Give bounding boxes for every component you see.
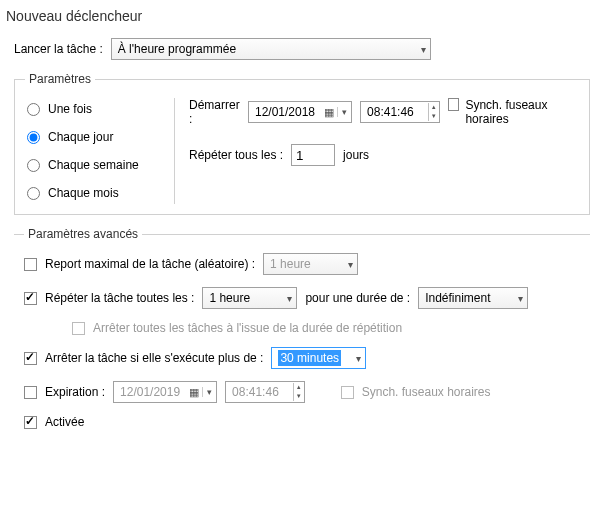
radio-daily-input[interactable] bbox=[27, 131, 40, 144]
radio-daily[interactable]: Chaque jour bbox=[27, 130, 160, 144]
chevron-down-icon: ▾ bbox=[518, 293, 523, 304]
radio-once[interactable]: Une fois bbox=[27, 102, 160, 116]
repeat-days-label-b: jours bbox=[343, 148, 369, 162]
expire-date-value: 12/01/2019 bbox=[114, 385, 186, 399]
delay-label: Report maximal de la tâche (aléatoire) : bbox=[45, 257, 255, 271]
launch-combo-value: À l'heure programmée bbox=[118, 42, 236, 56]
delay-combo: 1 heure ▾ bbox=[263, 253, 358, 275]
repeat-checkbox[interactable] bbox=[24, 292, 37, 305]
repeat-combo-value: 1 heure bbox=[209, 291, 250, 305]
chevron-down-icon: ▾ bbox=[348, 259, 353, 270]
radio-monthly[interactable]: Chaque mois bbox=[27, 186, 160, 200]
spinner-up-icon: ▲ bbox=[294, 383, 304, 392]
radio-weekly-input[interactable] bbox=[27, 159, 40, 172]
delay-checkbox[interactable] bbox=[24, 258, 37, 271]
sync-tz-label: Synch. fuseaux horaires bbox=[465, 98, 579, 126]
expire-label: Expiration : bbox=[45, 385, 105, 399]
start-time-spinner[interactable]: 08:41:46 ▲▼ bbox=[360, 101, 440, 123]
start-label: Démarrer : bbox=[189, 98, 240, 126]
expire-time-value: 08:41:46 bbox=[226, 385, 293, 399]
repeat-days-input[interactable] bbox=[291, 144, 335, 166]
radio-monthly-input[interactable] bbox=[27, 187, 40, 200]
repeat-days-label-a: Répéter tous les : bbox=[189, 148, 283, 162]
params-fieldset: Paramètres Une fois Chaque jour Chaque s… bbox=[14, 72, 590, 215]
repeat-combo[interactable]: 1 heure ▾ bbox=[202, 287, 297, 309]
repeat-for-value: Indéfiniment bbox=[425, 291, 490, 305]
radio-monthly-label: Chaque mois bbox=[48, 186, 119, 200]
advanced-fieldset: Paramètres avancés Report maximal de la … bbox=[14, 227, 590, 441]
stop-if-checkbox[interactable] bbox=[24, 352, 37, 365]
repeat-label: Répéter la tâche toutes les : bbox=[45, 291, 194, 305]
expire-time-spinner: 08:41:46 ▲▼ bbox=[225, 381, 305, 403]
sync-tz-checkbox[interactable] bbox=[448, 98, 460, 111]
chevron-down-icon: ▾ bbox=[337, 107, 351, 117]
calendar-icon: ▦ bbox=[186, 386, 202, 399]
expire-date-picker: 12/01/2019 ▦ ▾ bbox=[113, 381, 217, 403]
spinner-down-icon: ▼ bbox=[294, 392, 304, 401]
repeat-for-combo[interactable]: Indéfiniment ▾ bbox=[418, 287, 528, 309]
stop-if-label: Arrêter la tâche si elle s'exécute plus … bbox=[45, 351, 263, 365]
stop-if-combo[interactable]: 30 minutes ▾ bbox=[271, 347, 366, 369]
stop-if-value: 30 minutes bbox=[278, 350, 341, 366]
stop-all-checkbox bbox=[72, 322, 85, 335]
expire-checkbox[interactable] bbox=[24, 386, 37, 399]
chevron-down-icon: ▾ bbox=[202, 387, 216, 397]
launch-combo[interactable]: À l'heure programmée ▾ bbox=[111, 38, 431, 60]
chevron-down-icon: ▾ bbox=[356, 353, 361, 364]
spinner-down-icon[interactable]: ▼ bbox=[429, 112, 439, 121]
start-time-value: 08:41:46 bbox=[361, 105, 428, 119]
radio-weekly[interactable]: Chaque semaine bbox=[27, 158, 160, 172]
radio-weekly-label: Chaque semaine bbox=[48, 158, 139, 172]
start-date-picker[interactable]: 12/01/2018 ▦ ▾ bbox=[248, 101, 352, 123]
enabled-label: Activée bbox=[45, 415, 84, 429]
calendar-icon: ▦ bbox=[321, 106, 337, 119]
radio-daily-label: Chaque jour bbox=[48, 130, 113, 144]
launch-label: Lancer la tâche : bbox=[14, 42, 103, 56]
chevron-down-icon: ▾ bbox=[287, 293, 292, 304]
delay-combo-value: 1 heure bbox=[270, 257, 311, 271]
stop-all-label: Arrêter toutes les tâches à l'issue de l… bbox=[93, 321, 402, 335]
advanced-legend: Paramètres avancés bbox=[24, 227, 142, 241]
radio-once-label: Une fois bbox=[48, 102, 92, 116]
radio-once-input[interactable] bbox=[27, 103, 40, 116]
spinner-up-icon[interactable]: ▲ bbox=[429, 103, 439, 112]
expire-sync-checkbox bbox=[341, 386, 354, 399]
repeat-for-label: pour une durée de : bbox=[305, 291, 410, 305]
start-date-value: 12/01/2018 bbox=[249, 105, 321, 119]
enabled-checkbox[interactable] bbox=[24, 416, 37, 429]
window-title: Nouveau déclencheur bbox=[0, 0, 600, 34]
expire-sync-label: Synch. fuseaux horaires bbox=[362, 385, 491, 399]
params-legend: Paramètres bbox=[25, 72, 95, 86]
chevron-down-icon: ▾ bbox=[421, 44, 426, 55]
